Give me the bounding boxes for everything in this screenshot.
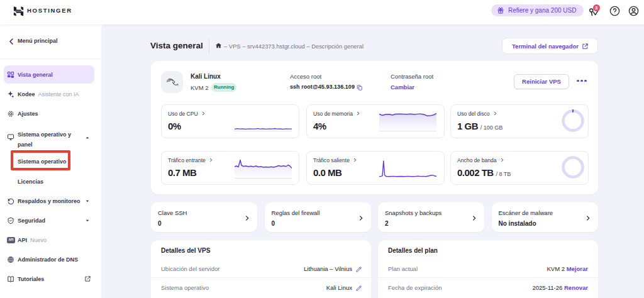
svg-text:DNS: DNS [8, 258, 13, 261]
